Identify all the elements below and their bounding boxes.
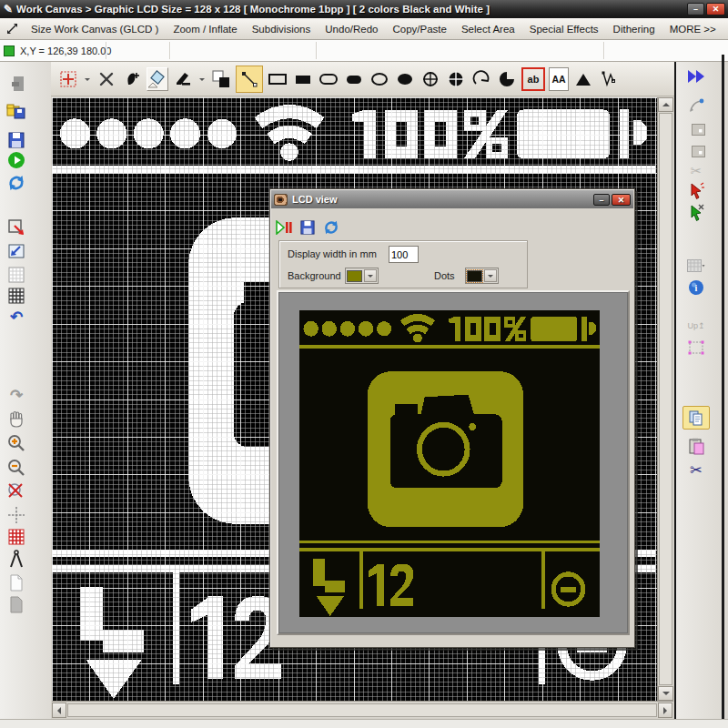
zoom-off-icon[interactable] xyxy=(5,480,28,502)
menu-size-work-canvas[interactable]: Size Work Canvas (GLCD ) xyxy=(24,21,166,37)
run-icon[interactable] xyxy=(5,149,28,171)
line-tool-icon[interactable] xyxy=(236,66,263,93)
menu-zoom-inflate[interactable]: Zoom / Inflate xyxy=(166,21,244,37)
marquee-icon[interactable] xyxy=(684,337,708,359)
pointer-green-icon[interactable] xyxy=(684,201,708,223)
filled-circle-cross-icon[interactable] xyxy=(445,67,467,91)
vertical-scroll-thumb[interactable] xyxy=(659,113,672,685)
paste-icon[interactable] xyxy=(684,435,708,457)
menu-more[interactable]: MORE >> xyxy=(662,21,723,37)
filled-rectangle-icon[interactable] xyxy=(292,67,314,91)
background-color-select[interactable] xyxy=(345,268,379,284)
new-page-icon[interactable] xyxy=(5,571,28,593)
chevron-down-icon[interactable] xyxy=(364,269,377,282)
minimize-button[interactable]: – xyxy=(687,3,704,15)
rectangle-icon[interactable] xyxy=(267,67,288,91)
ellipse-icon[interactable] xyxy=(369,67,390,91)
cut-disabled-icon: ✂ xyxy=(684,160,708,182)
pointer-red-icon[interactable] xyxy=(684,180,708,202)
move-dropdown-icon[interactable] xyxy=(83,67,92,91)
close-button[interactable]: ✕ xyxy=(706,3,725,15)
menu-dithering[interactable]: Dithering xyxy=(606,21,662,37)
delete-icon[interactable] xyxy=(96,67,117,91)
move-selection-icon[interactable] xyxy=(57,67,79,91)
lcd-window-toolbar xyxy=(276,217,458,238)
import-image-icon[interactable] xyxy=(5,241,28,263)
lcd-preview-bitmap xyxy=(299,310,600,617)
exit-icon[interactable] xyxy=(5,73,28,95)
dots-color-select[interactable] xyxy=(465,268,499,284)
undo-icon[interactable]: ↶ xyxy=(5,306,28,328)
font-tool-icon[interactable]: AA xyxy=(549,67,569,91)
polyline-icon[interactable] xyxy=(598,67,620,91)
circle-cross-icon[interactable] xyxy=(420,67,441,91)
lcd-window-titlebar[interactable]: LCD view – ✕ xyxy=(271,190,633,208)
menu-copy-paste[interactable]: Copy/Paste xyxy=(385,21,453,37)
lcd-close-button[interactable]: ✕ xyxy=(612,194,631,206)
rounded-rectangle-icon[interactable] xyxy=(318,67,339,91)
scroll-left-icon[interactable] xyxy=(52,703,66,718)
curve-pen-icon[interactable] xyxy=(684,95,708,116)
scroll-down-icon[interactable] xyxy=(658,686,673,701)
lcd-save-icon[interactable] xyxy=(300,220,315,235)
divider xyxy=(316,42,317,59)
save-icon[interactable] xyxy=(5,129,28,151)
resize-canvas-icon[interactable] xyxy=(5,217,28,238)
fast-forward-icon[interactable] xyxy=(684,66,708,87)
pen-tool-icon[interactable] xyxy=(172,67,194,91)
menu-special-effects[interactable]: Special Effects xyxy=(522,21,606,37)
swap-colors-icon[interactable] xyxy=(210,67,232,91)
filled-rounded-rectangle-icon[interactable] xyxy=(343,67,365,91)
refresh-icon[interactable] xyxy=(5,172,28,194)
redo-icon[interactable]: ↷ xyxy=(5,384,28,406)
text-tool-icon[interactable]: ab xyxy=(521,67,545,91)
lcd-view-window[interactable]: LCD view – ✕ Display width in mm Backgro… xyxy=(269,188,635,648)
fill-bucket-icon[interactable] xyxy=(147,67,168,91)
horizontal-scrollbar[interactable] xyxy=(52,701,673,718)
red-grid-icon[interactable] xyxy=(5,526,28,548)
chevron-down-icon[interactable] xyxy=(484,269,497,282)
scroll-up-icon[interactable] xyxy=(658,97,673,112)
display-width-input[interactable] xyxy=(389,246,419,263)
horizontal-scroll-thumb[interactable] xyxy=(67,703,657,717)
pan-hand-icon[interactable] xyxy=(5,408,28,430)
lcd-window-title: LCD view xyxy=(292,194,592,205)
zoom-in-icon[interactable] xyxy=(5,432,28,454)
cut-icon[interactable]: ✂ xyxy=(684,459,708,480)
lcd-minimize-button[interactable]: – xyxy=(593,194,610,206)
option-a-button[interactable] xyxy=(686,118,710,140)
menu-undo-redo[interactable]: Undo/Redo xyxy=(318,21,385,37)
arc-icon[interactable] xyxy=(470,67,492,91)
info-icon[interactable]: i xyxy=(684,277,708,298)
zoom-out-icon[interactable] xyxy=(5,457,28,479)
lcd-refresh-icon[interactable] xyxy=(323,219,339,236)
copy-icon[interactable] xyxy=(682,406,710,430)
lcd-window-icon xyxy=(274,194,288,206)
expand-icon[interactable] xyxy=(0,23,24,35)
filled-triangle-icon[interactable] xyxy=(572,67,594,91)
play-pause-icon[interactable] xyxy=(276,220,292,235)
open-save-icon[interactable] xyxy=(5,100,28,122)
vertical-scrollbar[interactable] xyxy=(657,97,673,701)
app-title: Work Canvas > Graphic LCD Size = 128 x 1… xyxy=(16,4,685,15)
menubar: Size Work Canvas (GLCD ) Zoom / Inflate … xyxy=(0,18,728,40)
scroll-right-icon[interactable] xyxy=(658,703,672,718)
menu-select-area[interactable]: Select Area xyxy=(454,21,522,37)
drawing-toolbar: ab AA xyxy=(51,62,674,96)
page-filled-icon[interactable] xyxy=(5,593,28,615)
grid-dark-icon[interactable] xyxy=(5,285,28,307)
right-toolbar: ✂ i Up↥ ✂ xyxy=(674,62,728,719)
display-width-label: Display width in mm xyxy=(288,248,377,259)
measure-compass-icon[interactable] xyxy=(5,548,28,570)
menu-subdivisions[interactable]: Subdivisions xyxy=(245,21,318,37)
pen-dropdown-icon[interactable] xyxy=(197,67,207,91)
filled-ellipse-icon[interactable] xyxy=(394,67,416,91)
option-b-button[interactable] xyxy=(686,140,710,162)
pattern-swatch-icon[interactable] xyxy=(684,255,708,277)
background-label: Background xyxy=(288,270,341,281)
crosshair-icon[interactable] xyxy=(5,504,28,526)
filled-pie-icon[interactable] xyxy=(496,67,518,91)
stamp-tool-icon[interactable] xyxy=(121,67,143,91)
lcd-preview-bezel xyxy=(277,290,630,635)
grid-light-icon[interactable] xyxy=(5,264,28,286)
